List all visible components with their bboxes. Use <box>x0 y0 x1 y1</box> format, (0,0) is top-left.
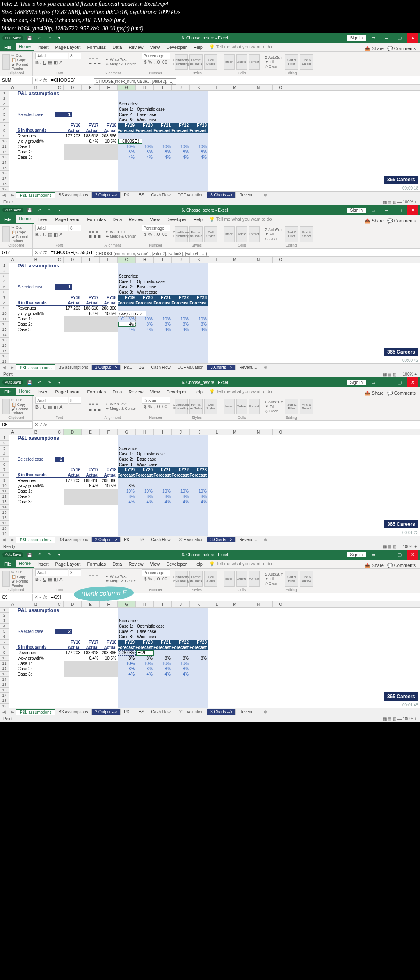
paste-button[interactable] <box>2 571 10 587</box>
cell-H4[interactable]: Optimistic case <box>136 624 177 629</box>
qat-more-icon[interactable]: ▾ <box>55 379 63 386</box>
col-h[interactable]: H <box>136 429 154 435</box>
sheet-tab[interactable]: P&L <box>121 709 135 715</box>
clear-button[interactable]: ◇ Clear <box>265 581 283 585</box>
cell-D7[interactable]: FY16 <box>64 467 82 473</box>
formula-input[interactable]: =CHOOSE($C$5,G11,G12| CHOOSE(index_num, … <box>49 250 420 255</box>
cell-G10[interactable]: 8% <box>118 656 136 661</box>
cell-B5[interactable]: Selected case <box>16 457 55 462</box>
copy-button[interactable]: 📋 Copy <box>11 230 30 234</box>
cell-G3[interactable]: Scenarios: <box>118 618 151 624</box>
italic-button[interactable]: I <box>40 577 41 582</box>
tab-developer[interactable]: Developer <box>163 215 190 224</box>
tab-home[interactable]: Home <box>16 559 34 568</box>
cell-G3[interactable]: Scenarios: <box>118 446 151 451</box>
cell-K12[interactable]: 8% <box>190 322 208 327</box>
cell-H7[interactable]: FY20 <box>136 123 154 128</box>
tab-formulas[interactable]: Formulas <box>84 215 109 224</box>
qat-more-icon[interactable]: ▾ <box>55 551 63 558</box>
find-select-button[interactable]: Find & Select <box>300 399 313 414</box>
tab-review[interactable]: Review <box>125 215 146 224</box>
cell-H6[interactable]: Worst case <box>136 634 177 640</box>
col-b[interactable]: B <box>16 85 55 90</box>
cell-F10[interactable]: 10.5% <box>100 656 118 661</box>
cell-H13[interactable]: 4% <box>136 327 154 332</box>
col-g[interactable]: G <box>118 601 136 607</box>
cell-I13[interactable]: 4% <box>154 672 172 677</box>
cell-B12[interactable]: Case 2: <box>16 666 55 672</box>
enter-formula-icon[interactable]: ✓ <box>39 594 43 600</box>
insert-cells-button[interactable]: Insert <box>224 54 235 70</box>
sheet-tab[interactable]: DCF valuation <box>174 365 207 370</box>
find-select-button[interactable]: Find & Select <box>300 54 313 70</box>
worksheet-grid[interactable]: A B C D E F G H I J K L M N O 1234567891… <box>0 601 420 708</box>
col-a[interactable]: A <box>9 601 16 607</box>
cell-K8[interactable]: Forecast <box>190 128 208 133</box>
tab-view[interactable]: View <box>147 388 163 396</box>
clear-button[interactable]: ◇ Clear <box>265 409 283 413</box>
autosave-toggle[interactable]: AutoSave <box>2 380 23 385</box>
delete-cells-button[interactable]: Delete <box>236 54 247 70</box>
cell-D9[interactable]: 177 203 <box>64 133 82 139</box>
redo-icon[interactable]: ↷ <box>46 379 53 386</box>
tab-page-layout[interactable]: Page Layout <box>52 560 84 568</box>
signin-button[interactable]: Sign in <box>347 208 366 213</box>
cell-B12[interactable]: Case 2: <box>16 322 55 327</box>
cell-K7[interactable]: FY23 <box>190 467 208 473</box>
col-c[interactable]: C <box>55 257 64 263</box>
cell-J8[interactable]: Forecast <box>172 645 190 650</box>
tab-file[interactable]: File <box>0 560 16 568</box>
cell-B1[interactable]: P&L assumptions <box>16 608 98 613</box>
cell-G12[interactable]: 8% <box>118 494 136 499</box>
share-button[interactable]: 📤 Share <box>365 46 383 51</box>
clear-button[interactable]: ◇ Clear <box>265 64 283 69</box>
share-button[interactable]: 📤 Share <box>365 218 383 224</box>
col-h[interactable]: H <box>136 601 154 607</box>
col-i[interactable]: I <box>154 257 172 263</box>
col-m[interactable]: M <box>226 257 244 263</box>
cell-K12[interactable]: 8% <box>190 494 208 499</box>
merge-center-button[interactable]: ⬌ Merge & Center <box>106 579 136 583</box>
cell-K7[interactable]: FY23 <box>190 295 208 300</box>
row-headers[interactable]: 1234567891011121314151617181920212223242… <box>0 608 9 708</box>
tab-file[interactable]: File <box>0 43 16 51</box>
cell-I13[interactable]: 4% <box>154 155 172 160</box>
fx-icon[interactable]: fx <box>43 250 47 255</box>
tab-review[interactable]: Review <box>125 43 146 51</box>
fx-icon[interactable]: fx <box>43 78 47 83</box>
cell-K10[interactable]: 8% <box>190 656 208 661</box>
cell-H8[interactable]: Forecast <box>136 645 154 650</box>
tab-page-layout[interactable]: Page Layout <box>52 215 84 224</box>
cell-H12[interactable]: 8% <box>136 666 154 672</box>
col-e[interactable]: E <box>82 257 100 263</box>
cell-B11[interactable]: Case 1: <box>16 661 55 666</box>
cell-styles-button[interactable]: Cell Styles <box>204 54 217 70</box>
cell-B1[interactable]: P&L assumptions <box>16 435 98 441</box>
enter-formula-icon[interactable]: ✓ <box>39 250 43 255</box>
cell-G11[interactable]: 10% <box>118 144 136 149</box>
cell-H12[interactable]: 8% <box>136 149 154 155</box>
tab-view[interactable]: View <box>147 215 163 224</box>
cell-H11[interactable]: 10% <box>136 489 154 494</box>
undo-icon[interactable]: ↶ <box>36 206 43 214</box>
cell-E7[interactable]: FY17 <box>82 640 100 645</box>
tab-data[interactable]: Data <box>109 215 125 224</box>
sheet-tab[interactable]: P&L assumptions <box>16 364 55 370</box>
cell-B10[interactable]: y-o-y growth% <box>16 139 55 144</box>
tab-help[interactable]: Help <box>190 388 206 396</box>
col-g[interactable]: G <box>118 429 136 435</box>
cell-J13[interactable]: 4% <box>172 155 190 160</box>
col-j[interactable]: J <box>172 601 190 607</box>
cell-B1[interactable]: P&L assumptions <box>16 91 98 96</box>
percent-button[interactable]: % <box>148 60 152 64</box>
sheet-tab[interactable]: BS assumptions <box>55 709 91 715</box>
save-icon[interactable]: 💾 <box>26 551 33 558</box>
font-name-combo[interactable]: Arial <box>35 225 68 231</box>
copy-button[interactable]: 📋 Copy <box>11 575 30 579</box>
cell-K12[interactable]: 8% <box>190 149 208 155</box>
grid-cells[interactable]: P&L assumptionsScenarios:Case 1:Optimist… <box>9 435 420 536</box>
cell-B5[interactable]: Selected case <box>16 112 55 117</box>
minimize-icon[interactable]: – <box>381 550 392 560</box>
col-b[interactable]: B <box>16 257 55 263</box>
tab-data[interactable]: Data <box>109 388 125 396</box>
